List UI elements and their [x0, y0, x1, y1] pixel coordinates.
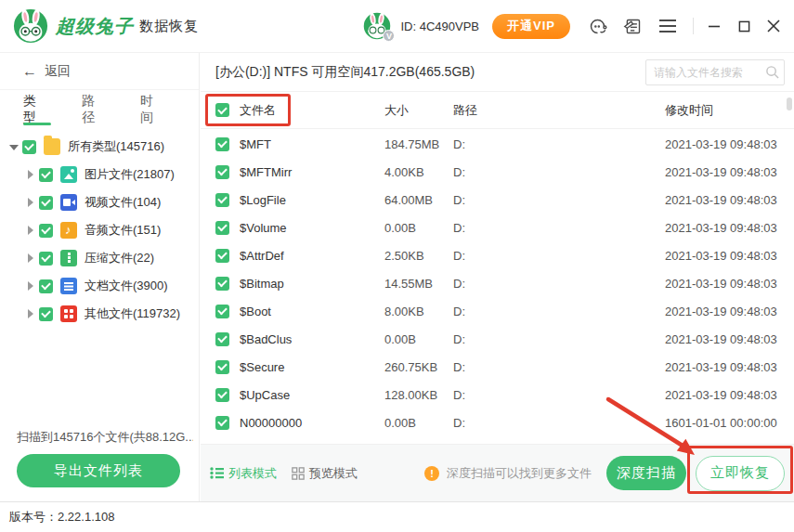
checkbox-checked-icon[interactable] — [39, 252, 53, 266]
feedback-icon[interactable] — [622, 16, 643, 36]
header-modified-time[interactable]: 修改时间 — [665, 102, 794, 119]
select-all-checkbox[interactable] — [215, 103, 229, 117]
row-checkbox[interactable] — [215, 416, 229, 430]
file-modified-time: 2021-03-19 09:48:03 — [665, 221, 794, 235]
file-modified-time: 2021-03-19 09:48:03 — [665, 137, 794, 151]
search-icon[interactable] — [760, 60, 784, 84]
table-row[interactable]: $LogFile 64.00MB D: 2021-03-19 09:48:03 — [201, 186, 794, 214]
tree-item[interactable]: 其他文件(119732) — [0, 300, 199, 328]
row-checkbox[interactable] — [215, 137, 229, 151]
file-name: $MFTMirr — [240, 165, 384, 179]
file-modified-time: 2021-03-19 09:48:03 — [665, 249, 794, 263]
row-checkbox[interactable] — [215, 249, 229, 263]
file-modified-time: 2021-03-19 09:48:03 — [665, 332, 794, 346]
folder-icon — [44, 138, 60, 155]
row-checkbox[interactable] — [215, 360, 229, 374]
preview-mode-toggle[interactable]: 预览模式 — [292, 465, 358, 482]
tree-item[interactable]: 图片文件(21807) — [0, 161, 199, 188]
table-row[interactable]: $Boot 8.00KB D: 2021-03-19 09:48:03 — [201, 297, 794, 325]
tree-item[interactable]: 音频文件(151) — [0, 216, 199, 244]
row-checkbox[interactable] — [215, 277, 229, 291]
titlebar-divider — [693, 18, 694, 34]
row-checkbox[interactable] — [215, 305, 229, 318]
row-checkbox[interactable] — [215, 221, 229, 235]
deep-scan-button[interactable]: 深度扫描 — [606, 456, 686, 490]
file-size: 184.75MB — [384, 137, 453, 151]
row-checkbox[interactable] — [215, 388, 229, 402]
checkbox-checked-icon[interactable] — [39, 168, 53, 182]
expand-arrow-icon[interactable] — [26, 170, 35, 179]
expand-arrow-icon[interactable] — [26, 253, 35, 263]
minimize-button[interactable] — [705, 17, 723, 35]
expand-arrow-icon[interactable] — [9, 142, 19, 151]
export-file-list-button[interactable]: 导出文件列表 — [17, 454, 180, 487]
tree-item[interactable]: 文档文件(3900) — [0, 272, 199, 300]
file-name: N00000000 — [240, 416, 384, 430]
file-path: D: — [453, 137, 665, 151]
table-row[interactable]: $MFT 184.75MB D: 2021-03-19 09:48:03 — [201, 130, 794, 158]
file-modified-time: 2021-03-19 09:48:03 — [665, 193, 794, 207]
file-size: 0.00B — [384, 416, 453, 430]
sidebar: ← 返回 类型 路径 时间 所有类型(145716) 图片文件(21807) — [0, 53, 200, 501]
tab-time[interactable]: 时间 — [140, 90, 162, 129]
checkbox-checked-icon[interactable] — [39, 307, 53, 321]
recover-now-button[interactable]: 立即恢复 — [696, 456, 785, 491]
file-size: 2.50KB — [384, 249, 453, 263]
hint-text: 深度扫描可以找到更多文件 — [447, 465, 592, 482]
row-checkbox[interactable] — [215, 193, 229, 207]
customer-service-icon[interactable] — [587, 16, 607, 36]
file-size: 0.00B — [384, 332, 453, 346]
search-input[interactable] — [646, 66, 760, 79]
tree-item[interactable]: 视频文件(104) — [0, 188, 199, 216]
close-button[interactable] — [764, 17, 783, 35]
archive-file-icon — [60, 250, 77, 266]
table-row[interactable]: $UpCase 128.00KB D: 2021-03-19 09:48:03 — [201, 381, 794, 409]
row-checkbox[interactable] — [215, 332, 229, 346]
file-size: 0.00B — [384, 221, 453, 235]
table-row[interactable]: $Secure 260.75KB D: 2021-03-19 09:48:03 — [201, 353, 794, 381]
tab-type[interactable]: 类型 — [23, 90, 45, 129]
checkbox-checked-icon[interactable] — [39, 224, 53, 238]
preview-mode-label: 预览模式 — [309, 465, 358, 482]
expand-arrow-icon[interactable] — [26, 198, 35, 207]
checkbox-checked-icon[interactable] — [22, 140, 36, 154]
user-id-label: ID: 4C490VPB — [400, 19, 479, 33]
tree-item-label: 所有类型(145716) — [68, 138, 164, 155]
table-row[interactable]: $Volume 0.00B D: 2021-03-19 09:48:03 — [201, 214, 794, 241]
table-row[interactable]: $AttrDef 2.50KB D: 2021-03-19 09:48:03 — [201, 241, 794, 269]
list-mode-toggle[interactable]: 列表模式 — [210, 465, 277, 482]
checkbox-checked-icon[interactable] — [39, 196, 53, 210]
version-label: 版本号：2.22.1.108 — [9, 509, 114, 526]
checkbox-checked-icon[interactable] — [39, 279, 53, 293]
scrollbar-thumb[interactable] — [787, 97, 792, 110]
header-path[interactable]: 路径 — [453, 102, 665, 119]
menu-icon[interactable] — [657, 16, 678, 36]
tree-item-label: 压缩文件(22) — [85, 250, 154, 266]
tab-path[interactable]: 路径 — [82, 90, 103, 129]
expand-arrow-icon[interactable] — [26, 309, 35, 318]
expand-arrow-icon[interactable] — [26, 281, 35, 291]
file-path: D: — [453, 193, 665, 207]
header-size[interactable]: 大小 — [384, 102, 453, 119]
file-name: $Volume — [240, 221, 384, 235]
table-row[interactable]: $BadClus 0.00B D: 2021-03-19 09:48:03 — [201, 325, 794, 353]
row-checkbox[interactable] — [215, 165, 229, 179]
file-modified-time: 2021-03-19 09:48:03 — [665, 277, 794, 291]
tree-item-label: 视频文件(104) — [85, 194, 161, 211]
expand-arrow-icon[interactable] — [26, 226, 35, 235]
tree-item[interactable]: 所有类型(145716) — [0, 133, 199, 161]
table-row[interactable]: N00000000 0.00B D: 1601-01-01 00:00:00 — [201, 409, 794, 436]
table-row[interactable]: $MFTMirr 4.00KB D: 2021-03-19 09:48:03 — [201, 158, 794, 186]
table-row[interactable]: $Bitmap 14.55MB D: 2021-03-19 09:48:03 — [201, 269, 794, 297]
maximize-button[interactable] — [735, 17, 753, 35]
open-vip-button[interactable]: 开通VIP — [492, 14, 570, 39]
header-filename[interactable]: 文件名 — [240, 102, 384, 119]
brand-suffix: 数据恢复 — [139, 18, 199, 35]
file-name: $Bitmap — [240, 277, 384, 291]
tree-item[interactable]: 压缩文件(22) — [0, 244, 199, 272]
video-file-icon — [60, 194, 77, 211]
list-mode-icon — [210, 467, 224, 479]
user-avatar[interactable]: V — [363, 12, 391, 40]
volume-title: [办公(D:)] NTFS 可用空间417.2GB(465.5GB) — [215, 64, 475, 81]
back-button[interactable]: ← 返回 — [0, 53, 199, 90]
